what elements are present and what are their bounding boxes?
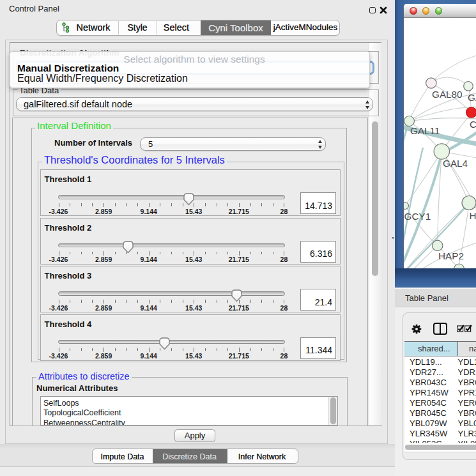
svg-text:C: C <box>470 119 476 130</box>
svg-text:GAL4: GAL4 <box>443 158 468 169</box>
svg-text:GAL11: GAL11 <box>410 125 440 136</box>
svg-text:GA: GA <box>468 92 476 103</box>
svg-text:HAP2: HAP2 <box>438 250 464 261</box>
svg-text:H: H <box>470 210 476 221</box>
svg-text:GCY1: GCY1 <box>404 211 431 222</box>
svg-text:GAL80: GAL80 <box>432 89 463 100</box>
